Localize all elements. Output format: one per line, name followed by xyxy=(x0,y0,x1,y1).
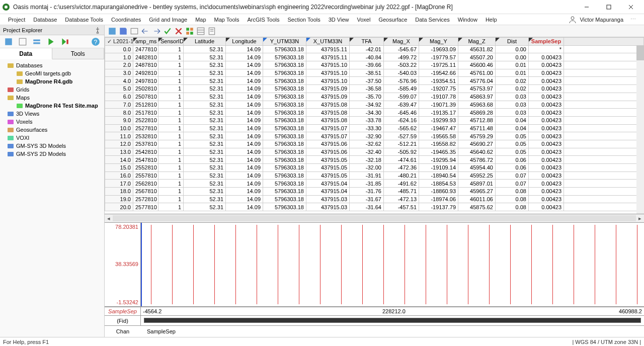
cell[interactable]: * xyxy=(529,45,564,53)
cell[interactable]: 0.00423 xyxy=(529,171,564,180)
play-record-icon[interactable] xyxy=(60,37,69,46)
cell[interactable]: 45786.72 xyxy=(458,156,496,164)
cell[interactable]: 52.31 xyxy=(184,156,226,164)
cell[interactable]: 52.31 xyxy=(184,195,226,203)
cell[interactable]: 0.00423 xyxy=(529,116,564,124)
scroll-left-icon[interactable]: ◂ xyxy=(105,214,113,222)
cell[interactable]: 0.03 xyxy=(496,101,529,109)
tree-item[interactable]: Grids xyxy=(0,85,104,94)
cell[interactable]: 1 xyxy=(158,156,184,164)
col-samplesep[interactable]: SampleSep xyxy=(529,38,564,46)
col-y_utm33n[interactable]: Y_UTM33N xyxy=(263,38,306,46)
cell[interactable]: 9.0 xyxy=(105,116,133,124)
cell[interactable]: 437915.09 xyxy=(306,93,350,101)
cell[interactable]: 0.00423 xyxy=(529,109,564,117)
menu-data-services[interactable]: Data Services xyxy=(411,16,453,24)
cell[interactable]: -40.84 xyxy=(350,53,384,61)
pin-icon[interactable] xyxy=(94,27,101,34)
cell[interactable]: 52.31 xyxy=(184,132,226,140)
cell[interactable]: -474.61 xyxy=(384,156,419,164)
cell[interactable]: 0.00423 xyxy=(529,53,564,61)
cell[interactable]: 14.09 xyxy=(226,77,263,85)
cell[interactable]: 13.0 xyxy=(105,148,133,156)
cell[interactable]: 2532810 xyxy=(133,132,158,140)
close-button[interactable] xyxy=(620,0,642,14)
tool-icon-2[interactable] xyxy=(18,37,27,46)
cell[interactable]: -32.18 xyxy=(350,156,384,164)
cell[interactable]: -472.13 xyxy=(384,195,419,203)
cell[interactable]: 45600.46 xyxy=(458,61,496,69)
cell[interactable]: -32.90 xyxy=(350,132,384,140)
cell[interactable]: -32.40 xyxy=(350,148,384,156)
table-row[interactable]: 8.02517810152.3114.095796303.18437915.08… xyxy=(105,109,644,117)
cell[interactable]: 437915.07 xyxy=(306,124,350,132)
cell[interactable]: 45776.04 xyxy=(458,77,496,85)
cell[interactable]: -491.62 xyxy=(384,180,419,188)
cell[interactable]: -34.30 xyxy=(350,109,384,117)
cell[interactable]: 0.00423 xyxy=(529,140,564,148)
cell[interactable]: 16.0 xyxy=(105,171,133,180)
cell[interactable]: 1 xyxy=(158,140,184,148)
table-row[interactable]: 17.02562810152.3114.095796303.18437915.0… xyxy=(105,180,644,188)
cell[interactable]: 0.00423 xyxy=(529,203,564,211)
cell[interactable]: 14.09 xyxy=(226,195,263,203)
minimize-button[interactable] xyxy=(576,0,598,14)
cell[interactable]: 0.01 xyxy=(496,69,529,77)
cell[interactable]: -19109.14 xyxy=(419,164,458,172)
ct-table-icon[interactable] xyxy=(196,27,205,36)
cell[interactable]: -512.21 xyxy=(384,140,419,148)
cell[interactable]: -19779.57 xyxy=(419,53,458,61)
cell[interactable]: 437915.08 xyxy=(306,101,350,109)
cell[interactable]: 5796303.18 xyxy=(263,109,306,117)
cell[interactable]: 0.0 xyxy=(105,45,133,53)
cell[interactable]: -19465.35 xyxy=(419,148,458,156)
cell[interactable]: 5796303.18 xyxy=(263,203,306,211)
cell[interactable]: -576.96 xyxy=(384,77,419,85)
cell[interactable]: 52.31 xyxy=(184,188,226,196)
cell[interactable]: 5796303.18 xyxy=(263,156,306,164)
menu-3d-view[interactable]: 3D View xyxy=(325,16,353,24)
cell[interactable]: -35.70 xyxy=(350,93,384,101)
cell[interactable]: 5796303.18 xyxy=(263,140,306,148)
scroll-right-icon[interactable]: ▸ xyxy=(636,214,644,222)
cell[interactable]: 2482810 xyxy=(133,53,158,61)
ct-redo-icon[interactable] xyxy=(152,27,161,36)
cell[interactable]: -31.64 xyxy=(350,203,384,211)
menu-grid-and-image[interactable]: Grid and Image xyxy=(145,16,191,24)
cell[interactable]: 5796303.18 xyxy=(263,53,306,61)
cell[interactable]: 0.05 xyxy=(496,132,529,140)
cell[interactable]: 0.02 xyxy=(496,85,529,93)
col-dist[interactable]: Dist xyxy=(496,38,529,46)
ct-icon-1[interactable] xyxy=(108,27,117,36)
cell[interactable]: 5796303.18 xyxy=(263,85,306,93)
cell[interactable]: 437915.10 xyxy=(306,61,350,69)
cell[interactable]: 1 xyxy=(158,132,184,140)
cell[interactable]: 52.31 xyxy=(184,85,226,93)
cell[interactable]: 14.09 xyxy=(226,148,263,156)
ct-check-icon[interactable] xyxy=(163,27,172,36)
cell[interactable]: -457.51 xyxy=(384,203,419,211)
cell[interactable]: -19071.39 xyxy=(419,101,458,109)
cell[interactable]: 14.09 xyxy=(226,45,263,53)
cell[interactable]: 437915.11 xyxy=(306,45,350,53)
cell[interactable]: 52.31 xyxy=(184,203,226,211)
data-table[interactable]: ✓ L2021-12-amp_msSensorIDLatitudeLongitu… xyxy=(105,37,644,211)
cell[interactable]: 2562810 xyxy=(133,180,158,188)
col-mag_y[interactable]: Mag_Y xyxy=(419,38,458,46)
cell[interactable]: 0.00423 xyxy=(529,164,564,172)
tool-icon-3[interactable] xyxy=(32,37,41,46)
cell[interactable]: 0.00423 xyxy=(529,148,564,156)
cell[interactable]: 437915.05 xyxy=(306,171,350,180)
cell[interactable]: 0.04 xyxy=(496,124,529,132)
cell[interactable]: 5796303.18 xyxy=(263,116,306,124)
cell[interactable]: -639.47 xyxy=(384,101,419,109)
cell[interactable]: -18860.93 xyxy=(419,188,458,196)
cell[interactable]: -645.46 xyxy=(384,109,419,117)
cell[interactable]: 5796303.18 xyxy=(263,124,306,132)
cell[interactable]: 52.31 xyxy=(184,101,226,109)
cell[interactable]: 14.09 xyxy=(226,61,263,69)
cell[interactable]: 3.0 xyxy=(105,69,133,77)
cell[interactable]: -38.51 xyxy=(350,69,384,77)
cell[interactable]: 0.08 xyxy=(496,195,529,203)
cell[interactable]: -34.92 xyxy=(350,101,384,109)
